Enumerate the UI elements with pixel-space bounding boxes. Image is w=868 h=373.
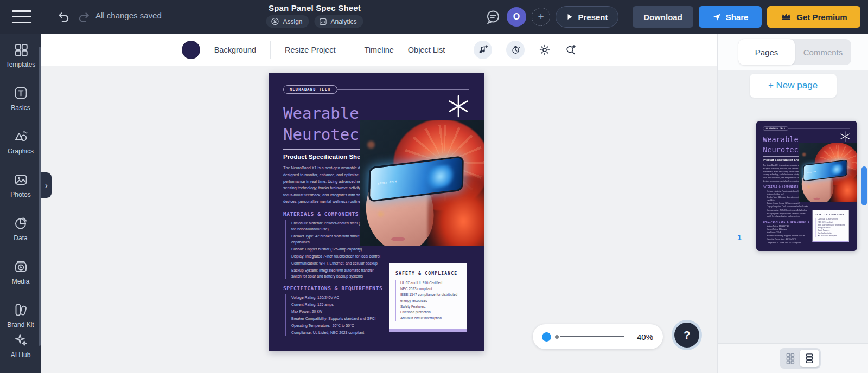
timer-button[interactable] — [506, 41, 525, 59]
lips — [391, 237, 405, 241]
zoom-slider-track[interactable] — [560, 336, 624, 337]
toolbar-divider — [459, 41, 459, 59]
redo-icon[interactable] — [77, 10, 91, 24]
project-title[interactable]: Span Panel Spec Sheet — [266, 3, 363, 12]
list-item: Compliance: UL Listed, NEC 2023 complian… — [767, 241, 808, 244]
list-item: Max Power: 20 kW — [291, 308, 379, 314]
sidebar-scrollbar[interactable] — [39, 47, 41, 346]
bokeh-dot — [802, 153, 806, 157]
assign-person-icon — [270, 17, 279, 26]
neurotech-photo[interactable]: STMAN 02TH — [360, 120, 484, 246]
safety-heading: SAFETY & COMPLIANCE — [395, 271, 461, 276]
pie-chart-icon — [14, 216, 28, 230]
zoom-slider-dot — [555, 335, 559, 339]
document-page[interactable]: NEURABAND TECH Wearable Neurotech Produc… — [269, 73, 484, 351]
analytics-button[interactable]: Analytics — [315, 15, 363, 28]
music-add-icon — [478, 44, 488, 55]
list-item: Display: Integrated 7-inch touchscreen f… — [291, 253, 382, 259]
object-list-button[interactable]: Object List — [408, 46, 445, 54]
timeline-button[interactable]: Timeline — [365, 46, 394, 54]
grid-view-button[interactable] — [781, 350, 800, 367]
visor-glow — [426, 164, 454, 189]
list-item: IEEE 1547 compliance for distributed ene… — [818, 223, 846, 229]
photo-icon — [14, 172, 28, 187]
list-item: Max Power: 20 kW — [767, 231, 808, 234]
background-color-swatch[interactable] — [182, 41, 200, 59]
share-button[interactable]: Share — [699, 6, 762, 28]
background-button[interactable]: Background — [214, 46, 256, 54]
list-item: Arc-fault circuit interruption — [400, 316, 461, 321]
tab-pages[interactable]: Pages — [738, 39, 795, 65]
list-item: Breaker Compatibility: Supports standard… — [291, 316, 379, 321]
page-thumbnail-content[interactable]: NEURABAND TECH Wearable Neurotech Produc… — [756, 121, 857, 251]
sidebar-item-photos[interactable]: Photos — [0, 172, 41, 198]
question-icon: ? — [684, 329, 690, 342]
download-label: Download — [643, 12, 682, 22]
list-item: Backup System: Integrated with automatic… — [291, 267, 382, 279]
page-thumbnail[interactable]: NEURABAND TECH Wearable Neurotech Produc… — [756, 121, 857, 251]
sidebar-item-label: Templates — [0, 61, 41, 68]
sidebar-item-graphics[interactable]: Graphics — [0, 129, 41, 155]
list-item: Overload protection — [400, 310, 461, 316]
avatar[interactable]: O — [507, 7, 526, 27]
list-item: IEEE 1547 compliance for distributed ene… — [400, 292, 461, 304]
add-member-button[interactable]: + — [532, 8, 550, 26]
tab-comments[interactable]: Comments — [795, 39, 851, 65]
list-item: Current Rating: 125 amps — [291, 301, 379, 307]
new-page-button[interactable]: + New page — [750, 74, 837, 98]
undo-icon[interactable] — [56, 10, 71, 24]
comment-bubble-icon[interactable] — [485, 9, 501, 25]
list-view-button[interactable] — [800, 350, 819, 367]
present-button[interactable]: Present — [556, 6, 618, 28]
list-item: Communication: Wi-Fi, Ethernet, and cell… — [291, 260, 382, 266]
plus-icon: + — [538, 11, 544, 23]
visor-label: STMAN 02TH — [807, 171, 816, 173]
sidebar-item-data[interactable]: Data — [0, 216, 41, 242]
list-item: Arc-fault circuit interruption — [818, 235, 846, 237]
list-item: Compliance: UL Listed, NEC 2023 complian… — [291, 330, 379, 336]
settings-gear-icon — [539, 44, 551, 56]
sidebar-item-label: Basics — [0, 104, 41, 112]
media-icon — [14, 259, 28, 274]
get-premium-button[interactable]: Get Premium — [767, 6, 860, 28]
zoom-slider-handle[interactable] — [542, 332, 551, 342]
assign-button[interactable]: Assign — [266, 15, 309, 28]
sidebar-item-brand-kit[interactable]: Brand Kit — [0, 303, 41, 329]
design-canvas[interactable]: NEURABAND TECH Wearable Neurotech Produc… — [41, 66, 717, 373]
add-music-button[interactable] — [474, 41, 492, 59]
sidebar-item-ai-hub[interactable]: AI Hub — [0, 327, 41, 373]
download-button[interactable]: Download — [633, 6, 693, 28]
sidebar-item-label: AI Hub — [0, 351, 41, 359]
settings-button[interactable] — [539, 44, 551, 56]
view-toggle — [780, 348, 821, 369]
resize-project-button[interactable]: Resize Project — [285, 46, 335, 54]
hamburger-icon[interactable] — [12, 10, 31, 23]
panel-tabs: Pages Comments — [738, 39, 851, 65]
panel-scrollbar[interactable] — [861, 166, 867, 205]
list-item: Busbar: Copper busbar (125-amp capacity) — [291, 246, 382, 252]
list-item: Operating Temperature: -20°C to 50°C — [291, 323, 379, 329]
list-view-icon — [805, 352, 814, 364]
grid-view-icon — [785, 352, 796, 364]
sidebar-item-media[interactable]: Media — [0, 259, 41, 285]
preview-search-button[interactable] — [565, 44, 577, 56]
sidebar-item-templates[interactable]: Templates — [0, 42, 41, 68]
star-asterisk-icon — [446, 94, 471, 119]
panel-footer — [718, 343, 868, 373]
page-number: 1 — [737, 233, 742, 242]
sidebar-expand-button[interactable]: › — [41, 172, 52, 198]
sidebar-item-basics[interactable]: Basics — [0, 86, 41, 112]
list-item: Busbar: Copper busbar (125-amp capacity) — [767, 202, 809, 205]
sparkles-icon — [14, 333, 28, 348]
list-item: Voltage Rating: 120/240V AC — [767, 225, 808, 228]
play-icon — [566, 12, 573, 21]
zoom-level: 40% — [637, 332, 653, 342]
safety-compliance-box[interactable]: SAFETY & COMPLIANCE UL 67 and UL 916 Cer… — [389, 263, 467, 332]
brand-kit-icon — [14, 303, 28, 317]
timer-icon — [510, 44, 521, 55]
present-label: Present — [578, 12, 608, 22]
chevron-right-icon: › — [45, 181, 48, 190]
help-button[interactable]: ? — [674, 323, 699, 348]
assign-label: Assign — [283, 18, 302, 25]
specs-list: Voltage Rating: 120/240V ACCurrent Ratin… — [285, 294, 379, 336]
